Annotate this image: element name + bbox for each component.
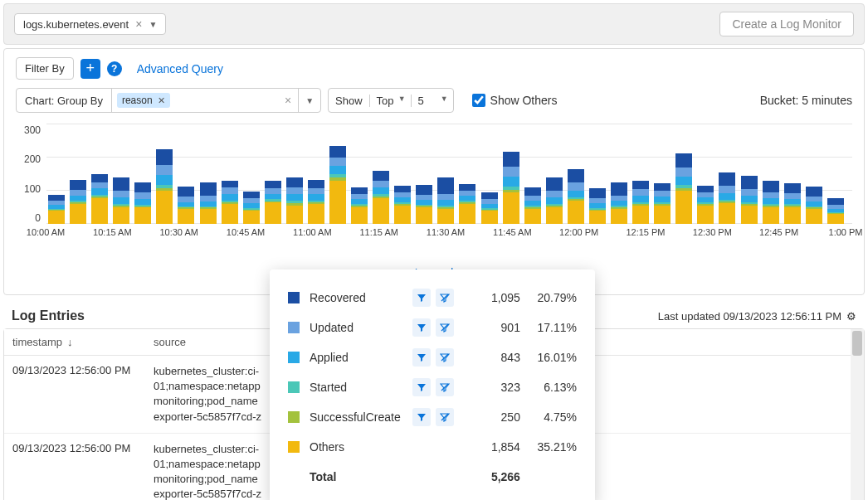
legend-popover: Recovered1,09520.79%Updated90117.11%Appl… bbox=[270, 269, 595, 500]
sort-down-icon: ↓ bbox=[67, 336, 73, 348]
legend-pct: 4.75% bbox=[530, 410, 577, 424]
filter-in-icon[interactable] bbox=[412, 348, 431, 367]
bar[interactable] bbox=[784, 183, 801, 224]
cell-timestamp: 09/13/2023 12:56:00 PM bbox=[12, 442, 154, 500]
source-tag-label: logs.kubernetes.event bbox=[23, 18, 129, 31]
legend-pct: 35.21% bbox=[530, 440, 577, 454]
bar[interactable] bbox=[459, 184, 475, 224]
add-filter-button[interactable]: + bbox=[80, 59, 100, 79]
legend-label: Started bbox=[310, 381, 402, 394]
legend-swatch bbox=[288, 411, 300, 423]
bar[interactable] bbox=[265, 181, 281, 224]
group-by-input[interactable]: Chart: Group By reason ✕ × ▼ bbox=[16, 88, 321, 113]
legend-label: Applied bbox=[310, 351, 402, 364]
filter-out-icon[interactable] bbox=[436, 289, 454, 307]
filter-in-icon[interactable] bbox=[412, 318, 431, 337]
legend-row: Others1,85435.21% bbox=[288, 432, 577, 462]
bar[interactable] bbox=[178, 187, 194, 224]
bar[interactable] bbox=[611, 182, 627, 224]
legend-pct: 16.01% bbox=[530, 351, 577, 364]
bar[interactable] bbox=[827, 198, 844, 224]
bar[interactable] bbox=[113, 177, 129, 224]
bar[interactable] bbox=[329, 146, 346, 224]
legend-swatch bbox=[288, 441, 300, 453]
show-value[interactable]: Top bbox=[370, 95, 412, 107]
filter-out-icon[interactable] bbox=[436, 408, 454, 426]
group-by-chip[interactable]: reason ✕ bbox=[117, 93, 170, 108]
bar[interactable] bbox=[675, 153, 692, 224]
scrollbar[interactable] bbox=[851, 329, 864, 500]
show-others-checkbox[interactable]: Show Others bbox=[472, 94, 558, 107]
bar[interactable] bbox=[568, 169, 584, 224]
legend-count: 323 bbox=[469, 381, 520, 394]
bar[interactable] bbox=[156, 149, 173, 224]
chevron-down-icon[interactable]: ▼ bbox=[298, 89, 320, 112]
legend-swatch bbox=[288, 322, 300, 333]
legend-pct: 6.13% bbox=[530, 381, 577, 394]
create-monitor-button[interactable]: Create a Log Monitor bbox=[719, 12, 854, 36]
bar[interactable] bbox=[134, 182, 151, 224]
y-axis: 3002001000 bbox=[16, 124, 46, 224]
bar[interactable] bbox=[632, 181, 649, 224]
scrollbar-thumb[interactable] bbox=[852, 331, 862, 356]
topbar: logs.kubernetes.event × ▼ Create a Log M… bbox=[3, 3, 865, 45]
bar[interactable] bbox=[222, 181, 238, 224]
bar[interactable] bbox=[481, 192, 498, 224]
close-icon[interactable]: × bbox=[135, 17, 142, 31]
source-tag[interactable]: logs.kubernetes.event × ▼ bbox=[14, 13, 166, 35]
svg-line-2 bbox=[441, 354, 448, 361]
gear-icon[interactable]: ⚙ bbox=[846, 310, 856, 323]
bar[interactable] bbox=[416, 185, 432, 224]
clear-icon[interactable]: × bbox=[278, 94, 298, 107]
svg-line-1 bbox=[441, 324, 448, 331]
legend-label: SuccessfulCreate bbox=[310, 410, 402, 424]
bar[interactable] bbox=[70, 180, 86, 224]
filter-in-icon[interactable] bbox=[412, 408, 431, 426]
bar[interactable] bbox=[48, 195, 65, 224]
bar[interactable] bbox=[763, 181, 779, 224]
bar[interactable] bbox=[697, 186, 714, 224]
close-icon[interactable]: ✕ bbox=[158, 95, 165, 106]
show-others-input[interactable] bbox=[472, 94, 485, 107]
legend-count: 250 bbox=[469, 410, 520, 424]
bars bbox=[46, 124, 846, 224]
chevron-down-icon[interactable]: ▼ bbox=[149, 20, 157, 29]
col-timestamp[interactable]: timestamp ↓ bbox=[4, 329, 145, 355]
bar[interactable] bbox=[806, 187, 822, 224]
svg-line-4 bbox=[441, 414, 448, 420]
bar[interactable] bbox=[394, 186, 411, 224]
legend-total-label: Total bbox=[310, 470, 402, 483]
bar[interactable] bbox=[503, 152, 519, 224]
bar[interactable] bbox=[373, 171, 389, 224]
filter-out-icon[interactable] bbox=[436, 318, 454, 337]
bar[interactable] bbox=[589, 188, 606, 224]
bucket-label: Bucket: 5 minutes bbox=[760, 94, 852, 107]
bar[interactable] bbox=[200, 182, 217, 224]
filter-out-icon[interactable] bbox=[436, 348, 454, 367]
filter-in-icon[interactable] bbox=[412, 289, 431, 307]
filter-in-icon[interactable] bbox=[412, 378, 431, 396]
bar[interactable] bbox=[654, 183, 671, 224]
legend-pct: 20.79% bbox=[530, 291, 577, 304]
bar[interactable] bbox=[719, 172, 735, 224]
bar[interactable] bbox=[546, 177, 563, 224]
bar[interactable] bbox=[286, 177, 303, 224]
show-others-label: Show Others bbox=[490, 94, 558, 107]
bar[interactable] bbox=[91, 174, 108, 224]
bar[interactable] bbox=[351, 187, 368, 224]
bar[interactable] bbox=[741, 176, 758, 224]
entries-heading: Log Entries bbox=[12, 308, 85, 323]
filter-out-icon[interactable] bbox=[436, 378, 454, 396]
advanced-query-link[interactable]: Advanced Query bbox=[137, 62, 223, 75]
legend-count: 1,854 bbox=[469, 440, 520, 454]
bar[interactable] bbox=[524, 187, 541, 224]
last-updated-text: Last updated 09/13/2023 12:56:11 PM bbox=[658, 310, 841, 323]
help-icon[interactable]: ? bbox=[107, 61, 122, 76]
show-count[interactable]: 5 bbox=[412, 95, 453, 107]
bar[interactable] bbox=[308, 180, 324, 224]
show-select[interactable]: Show Top 5 bbox=[328, 88, 454, 113]
legend-row: Started3236.13% bbox=[288, 372, 577, 402]
bar[interactable] bbox=[243, 192, 260, 224]
svg-line-3 bbox=[441, 384, 448, 391]
bar[interactable] bbox=[437, 177, 454, 224]
